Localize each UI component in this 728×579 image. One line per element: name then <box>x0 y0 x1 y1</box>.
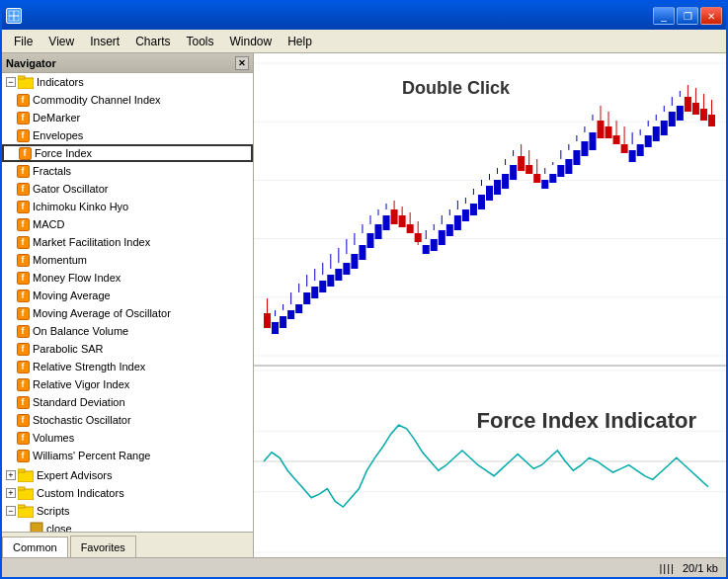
menu-insert[interactable]: Insert <box>82 33 127 50</box>
f-icon-rsi: f <box>16 360 30 373</box>
svg-rect-3 <box>18 78 34 89</box>
nav-item-volumes[interactable]: f Volumes <box>2 429 253 447</box>
tab-common[interactable]: Common <box>2 537 68 557</box>
f-icon-rvi: f <box>16 377 30 391</box>
menu-bar: File View Insert Charts Tools Window Hel… <box>2 30 726 53</box>
nav-item-envelopes[interactable]: f Envelopes <box>2 126 253 144</box>
force-index-label: Force Index Indicator <box>477 408 697 434</box>
nav-item-stddev[interactable]: f Standard Deviation <box>2 393 253 411</box>
f-icon-williams: f <box>16 449 30 462</box>
price-chart-canvas[interactable] <box>254 53 726 557</box>
f-icon-ichimoku: f <box>16 200 30 213</box>
f-icon-demarker: f <box>16 111 30 124</box>
f-icon-cci: f <box>16 93 30 107</box>
navigator-close-button[interactable]: ✕ <box>235 56 249 70</box>
svg-rect-9 <box>18 507 34 518</box>
indicators-label: Indicators <box>37 76 84 88</box>
folder-icon <box>18 75 34 89</box>
bars-icon: |||| <box>659 562 674 574</box>
navigator-title: Navigator <box>6 57 56 69</box>
ci-label: Custom Indicators <box>37 487 124 499</box>
ci-expand-icon[interactable]: + <box>6 488 16 498</box>
nav-item-demarker[interactable]: f DeMarker <box>2 109 253 126</box>
expert-advisors-group[interactable]: + Expert Advisors <box>2 466 253 484</box>
ea-folder-icon <box>18 468 34 482</box>
f-icon-force: f <box>18 146 32 160</box>
navigator-tabs: Common Favorites <box>2 532 253 557</box>
main-window: _ ❐ ✕ File View Insert Charts Tools Wind… <box>0 0 728 579</box>
scripts-expand-icon[interactable]: − <box>6 506 16 516</box>
svg-rect-7 <box>18 489 34 500</box>
scripts-label: Scripts <box>37 505 70 517</box>
nav-item-momentum[interactable]: f Momentum <box>2 251 253 269</box>
nav-item-gator[interactable]: f Gator Oscillator <box>2 180 253 198</box>
navigator-list[interactable]: − Indicators f Commodity Channel Index f… <box>2 73 253 532</box>
svg-rect-5 <box>18 471 34 482</box>
nav-item-obv[interactable]: f On Balance Volume <box>2 322 253 340</box>
nav-item-rsi[interactable]: f Relative Strength Index <box>2 358 253 375</box>
title-bar: _ ❐ ✕ <box>2 2 726 30</box>
nav-item-force-index[interactable]: f Force Index <box>2 144 253 162</box>
svg-rect-11 <box>31 523 42 532</box>
indicators-group[interactable]: − Indicators <box>2 73 253 91</box>
svg-rect-10 <box>18 505 25 508</box>
minimize-button[interactable]: _ <box>653 7 675 25</box>
nav-item-cci[interactable]: f Commodity Channel Index <box>2 91 253 109</box>
tab-favorites[interactable]: Favorites <box>70 536 136 557</box>
svg-rect-8 <box>18 487 25 490</box>
app-icon <box>6 8 22 24</box>
nav-item-ichimoku[interactable]: f Ichimoku Kinko Hyo <box>2 198 253 215</box>
navigator-header: Navigator ✕ <box>2 53 253 73</box>
nav-item-psar[interactable]: f Parabolic SAR <box>2 340 253 358</box>
svg-rect-6 <box>18 469 25 472</box>
menu-window[interactable]: Window <box>222 33 281 50</box>
chart-area: Double Click Force Index Indicator <box>254 53 726 557</box>
f-icon-mfi: f <box>16 235 30 249</box>
f-icon-gator: f <box>16 182 30 196</box>
f-icon-envelopes: f <box>16 128 30 142</box>
nav-item-fractals[interactable]: f Fractals <box>2 162 253 180</box>
script-icon-close <box>30 522 43 532</box>
indicators-expand-icon[interactable]: − <box>6 77 16 87</box>
nav-item-mao[interactable]: f Moving Average of Oscillator <box>2 304 253 322</box>
ci-folder-icon <box>18 486 34 500</box>
menu-view[interactable]: View <box>40 33 82 50</box>
ea-expand-icon[interactable]: + <box>6 470 16 480</box>
f-icon-obv: f <box>16 324 30 338</box>
close-button[interactable]: ✕ <box>700 7 722 25</box>
menu-help[interactable]: Help <box>280 33 320 50</box>
ea-label: Expert Advisors <box>37 469 112 481</box>
title-controls: _ ❐ ✕ <box>653 7 722 25</box>
nav-item-rvi[interactable]: f Relative Vigor Index <box>2 375 253 393</box>
f-icon-momentum: f <box>16 253 30 267</box>
menu-file[interactable]: File <box>6 33 40 50</box>
status-info: 20/1 kb <box>683 562 718 574</box>
double-click-label: Double Click <box>402 78 510 99</box>
svg-rect-4 <box>18 76 25 79</box>
scripts-folder-icon <box>18 504 34 518</box>
f-icon-macd: f <box>16 217 30 231</box>
f-icon-mao: f <box>16 306 30 320</box>
restore-button[interactable]: ❐ <box>677 7 698 25</box>
status-bar: |||| 20/1 kb <box>2 557 726 577</box>
nav-item-close-script[interactable]: close <box>2 520 253 532</box>
f-icon-moneyflow: f <box>16 271 30 285</box>
f-icon-ma: f <box>16 289 30 302</box>
nav-item-macd[interactable]: f MACD <box>2 215 253 233</box>
nav-item-money-flow[interactable]: f Money Flow Index <box>2 269 253 287</box>
f-icon-volumes: f <box>16 431 30 445</box>
nav-item-stoch[interactable]: f Stochastic Oscillator <box>2 411 253 429</box>
custom-indicators-group[interactable]: + Custom Indicators <box>2 484 253 502</box>
main-area: Navigator ✕ − Indicators f Commodity Cha… <box>2 53 726 557</box>
nav-item-williams[interactable]: f Williams' Percent Range <box>2 447 253 464</box>
menu-charts[interactable]: Charts <box>127 33 178 50</box>
nav-item-ma[interactable]: f Moving Average <box>2 287 253 304</box>
scripts-group[interactable]: − Scripts <box>2 502 253 520</box>
f-icon-stddev: f <box>16 395 30 409</box>
f-icon-stoch: f <box>16 413 30 427</box>
nav-item-mfi[interactable]: f Market Facilitation Index <box>2 233 253 251</box>
f-icon-psar: f <box>16 342 30 356</box>
navigator-panel: Navigator ✕ − Indicators f Commodity Cha… <box>2 53 254 557</box>
menu-tools[interactable]: Tools <box>179 33 222 50</box>
title-bar-left <box>6 8 22 24</box>
